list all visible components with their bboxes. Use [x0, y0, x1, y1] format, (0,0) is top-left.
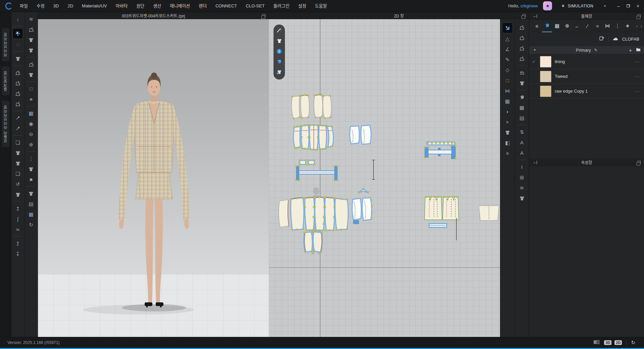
tool-sewing-machine-b-button[interactable] — [26, 24, 37, 34]
menu-item-7[interactable]: 생산 — [149, 0, 165, 12]
tool-free-sewing-2d-button[interactable] — [516, 33, 527, 43]
tool-edit-sewing-2d-button[interactable] — [516, 54, 527, 63]
add-fabric-icon[interactable] — [599, 36, 604, 42]
tool-garment-fit-b-button[interactable] — [26, 45, 37, 55]
object-tab-fabric[interactable] — [543, 20, 551, 32]
object-tab-zipper[interactable]: ⋮ — [613, 20, 622, 32]
pill-show-fabric-button[interactable] — [276, 59, 283, 66]
tool-fitting-suite-button[interactable] — [12, 99, 23, 109]
menu-item-0[interactable]: 파일 — [15, 0, 32, 12]
menu-item-13[interactable]: 설정 — [294, 0, 310, 12]
tool-iron-button[interactable] — [516, 68, 527, 78]
tool-edit-pattern-button[interactable]: △ — [502, 34, 513, 44]
simulation-dropdown-icon[interactable]: ▼ — [603, 4, 606, 8]
tool-zipper-tool-button[interactable]: ⋮ — [26, 154, 37, 163]
tool-select-mesh-2d-button[interactable]: ▦ — [502, 96, 513, 106]
menu-item-8[interactable]: 애니메이션 — [165, 0, 194, 12]
fabric-item-0[interactable]: ✓lining··· — [529, 54, 644, 69]
tool-select-box-3d-button[interactable]: □ — [26, 84, 37, 94]
edit-group-icon[interactable]: ✎ — [594, 48, 597, 52]
fabric-swatch[interactable] — [540, 56, 551, 67]
object-tab-stitch[interactable]: ∕ — [583, 20, 592, 32]
minimize-button[interactable]: – — [617, 3, 620, 9]
clo-logo-icon[interactable] — [3, 2, 13, 10]
tool-text-tool-button[interactable]: A — [516, 138, 527, 147]
tool-strengthen-button[interactable]: ∗ — [26, 94, 37, 104]
menu-item-11[interactable]: CLO-SET — [241, 0, 269, 12]
restore-button[interactable] — [627, 4, 630, 7]
object-tab-graphic-print[interactable]: ▦ — [553, 20, 561, 32]
tool-buttonhole-button[interactable]: ⊖ — [26, 129, 37, 139]
pager-left-icon[interactable]: ‹ — [635, 23, 639, 29]
add-item-icon[interactable]: + — [629, 48, 632, 53]
dock-tab-2[interactable]: 모듈러 라이브러리창 — [2, 101, 9, 147]
tool-flip-front-button[interactable]: ↥ — [12, 239, 23, 248]
detach-window-icon[interactable] — [262, 14, 265, 17]
object-tab-fur[interactable]: ∗ — [623, 20, 632, 32]
tool-cut-pattern-button[interactable]: × — [502, 117, 513, 127]
fabric-item-2[interactable]: raw edge Copy 1··· — [529, 84, 644, 99]
object-tab-trim[interactable]: ⋈ — [603, 20, 612, 32]
property-window-header[interactable]: → 속성창 — [529, 158, 644, 166]
tool-grainline-button[interactable]: ⇅ — [516, 127, 527, 137]
detach-window-icon[interactable] — [523, 14, 526, 17]
menu-item-2[interactable]: 3D — [49, 0, 63, 12]
tool-curve-sewing-3d-button[interactable] — [12, 89, 23, 98]
tool-steam-machine-button[interactable] — [26, 59, 37, 69]
object-window-header[interactable]: → 물체창 — [529, 12, 644, 20]
detach-window-icon[interactable] — [638, 161, 641, 163]
tool-zigzag-stitch-button[interactable]: ≋ — [516, 183, 527, 193]
menu-item-12[interactable]: 플러그인 — [269, 0, 294, 12]
tool-texture-garment-button[interactable]: ▤ — [26, 199, 37, 209]
detach-window-icon[interactable] — [638, 14, 641, 17]
tool-swap-fabric-button[interactable] — [516, 92, 527, 102]
tool-flip-back-button[interactable]: ↧ — [12, 249, 23, 259]
object-tab-puckering[interactable]: ≈ — [593, 20, 602, 32]
pill-needle-button[interactable] — [276, 28, 283, 35]
collapse-group-icon[interactable]: ▼ — [533, 48, 536, 52]
dock-tab-1[interactable]: 즐겨찾기창 — [2, 66, 9, 95]
tool-fit-to-avatar-button[interactable] — [12, 54, 23, 63]
tool-print-layout-button[interactable]: ▦ — [516, 103, 527, 112]
tool-rotate-garment-button[interactable]: ↻ — [26, 220, 37, 230]
tool-trim-garment-button[interactable] — [26, 164, 37, 174]
fabric-swatch[interactable] — [540, 86, 551, 97]
collapse-panel-icon[interactable]: → — [532, 14, 537, 18]
tool-trace-pattern-button[interactable] — [502, 128, 513, 137]
tool-transform-pattern-button[interactable] — [502, 22, 513, 33]
menu-item-6[interactable]: 원단 — [132, 0, 149, 12]
tool-fold-arrangement-button[interactable]: ❏ — [12, 138, 23, 147]
clofab-button[interactable]: CLOFAB — [622, 37, 639, 42]
tool-annotation-table-button[interactable]: ⊞ — [516, 172, 527, 182]
menu-item-9[interactable]: 렌더 — [194, 0, 211, 12]
fabric-more-button[interactable]: ··· — [635, 59, 640, 64]
tool-add-point-button[interactable]: ✎ — [502, 55, 513, 64]
tool-solidify-garment-button[interactable] — [12, 148, 23, 158]
tool-mn-sewing-2d-button[interactable] — [516, 43, 527, 53]
tool-garment-fit-a-button[interactable] — [26, 35, 37, 45]
fabric-swatch[interactable] — [540, 71, 551, 82]
badge-2d-button[interactable]: 2D — [614, 340, 622, 345]
fabric-group-header[interactable]: ▼ Primary ✎ + — [529, 46, 644, 54]
tool-pin-box-button[interactable] — [12, 123, 23, 133]
fabric-item-1[interactable]: Tweed··· — [529, 69, 644, 84]
tool-lace-up-button[interactable]: ⋈ — [502, 86, 513, 96]
menu-item-1[interactable]: 수정 — [32, 0, 49, 12]
tool-grading-button[interactable]: ≡ — [502, 148, 513, 158]
tool-fold-3d-button[interactable]: ❏ — [12, 169, 23, 179]
tool-texture-edit-2d-button[interactable] — [516, 193, 527, 203]
object-tab-object-list[interactable]: ≡ — [533, 20, 541, 32]
tool-text-outline-button[interactable]: A — [516, 148, 527, 158]
tool-mirror-paste-button[interactable]: ◧ — [502, 138, 513, 148]
tool-segment-sewing-3d-button[interactable] — [12, 68, 23, 78]
badge-3d-button[interactable]: 3D — [604, 340, 611, 345]
menu-item-14[interactable]: 도움말 — [310, 0, 331, 12]
tool-pose-garment-button[interactable] — [26, 70, 37, 80]
tool-polygon-pattern-button[interactable]: ◇ — [502, 65, 513, 75]
folder-icon[interactable] — [636, 48, 641, 53]
tool-avatar-garment-button[interactable] — [12, 190, 23, 199]
tool-tape-measure-button[interactable]: ≍ — [12, 225, 23, 234]
tool-graphic-2d-button[interactable]: ▤ — [516, 113, 527, 123]
pill-info-button[interactable] — [276, 49, 283, 55]
tool-free-sewing-3d-button[interactable] — [12, 78, 23, 88]
